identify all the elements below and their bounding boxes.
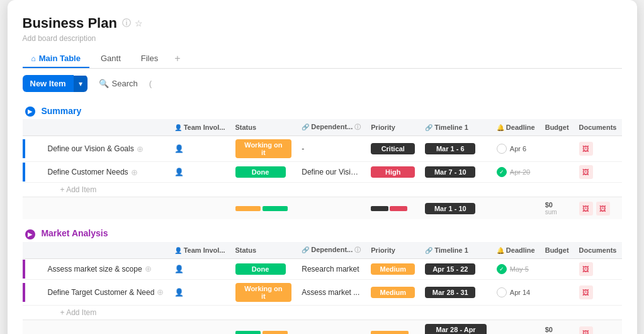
bar-working (263, 331, 288, 334)
status-badge[interactable]: Done (235, 263, 286, 275)
board-table: ▶ Summary 👤Team Invol... Status 🔗Depende… (23, 102, 622, 334)
summary-timeline: Mar 28 - Apr 22 (425, 324, 487, 334)
doc-icon[interactable]: 🖼 (579, 262, 593, 276)
doc-icon[interactable]: 🖼 (579, 285, 593, 299)
timeline-badge: Apr 15 - 22 (425, 263, 475, 275)
priority-summary-bars (371, 206, 415, 211)
bar-working (235, 206, 261, 211)
more-options[interactable]: ( (149, 79, 152, 88)
section-icon-summary: ▶ (25, 107, 35, 117)
priority-badge[interactable]: Medium (371, 263, 415, 275)
bar-high (390, 206, 407, 211)
new-item-button[interactable]: New Item (23, 75, 74, 92)
info-icon[interactable]: ⓘ (122, 18, 131, 29)
section-title-market: Market Analysis (41, 228, 108, 238)
board-description[interactable]: Add board description (23, 34, 622, 43)
task-name: Define Customer Needs ⊕ (48, 168, 164, 177)
summary-totals-summary: Mar 1 - 10 $0 sum 🖼 🖼 (23, 197, 622, 220)
status-summary-bars (235, 331, 292, 334)
tab-main-table[interactable]: ⌂ Main Table (23, 50, 89, 68)
section-market: ▶ Market Analysis 👤Team Invol... Status … (23, 224, 622, 334)
table-row: Assess market size & scope ⊕ 👤 Done Rese… (23, 258, 622, 279)
add-item-label[interactable]: + Add Item (43, 183, 622, 197)
search-label: Search (112, 79, 138, 88)
priority-summary-bars (371, 331, 415, 334)
priority-badge[interactable]: Medium (371, 287, 415, 298)
status-summary-bars (235, 206, 292, 211)
add-row-icon[interactable]: ⊕ (131, 168, 138, 177)
section-summary: ▶ Summary 👤Team Invol... Status 🔗Depende… (23, 102, 622, 224)
tab-gantt[interactable]: Gantt (92, 50, 130, 68)
priority-badge[interactable]: Critical (371, 143, 415, 154)
col-headers-market: 👤Team Invol... Status 🔗Dependent... ⓘ Pr… (23, 242, 622, 259)
table-row: Define our Vision & Goals ⊕ 👤 Working on… (23, 136, 622, 162)
timeline-badge: Mar 28 - 31 (425, 287, 475, 298)
section-header-summary: ▶ Summary (23, 102, 622, 119)
status-badge[interactable]: Working on it (235, 283, 292, 302)
deadline-date: Apr 6 (510, 145, 526, 153)
tab-gantt-label: Gantt (101, 54, 121, 63)
deadline-cell: ✓ Apr 20 (497, 167, 535, 177)
summary-timeline: Mar 1 - 10 (425, 203, 475, 214)
task-name: Assess market size & scope ⊕ (48, 264, 164, 274)
bar-medium (371, 331, 409, 334)
page-title-row: Business Plan ⓘ ☆ (23, 15, 622, 32)
tab-bar: ⌂ Main Table Gantt Files + (23, 49, 622, 69)
page-title: Business Plan (23, 15, 117, 32)
team-avatar: 👤 (174, 144, 184, 153)
table-row: Define Customer Needs ⊕ 👤 Done Define ou… (23, 162, 622, 183)
task-name: Define our Vision & Goals ⊕ (48, 144, 164, 154)
deadline-check-icon[interactable]: ✓ (497, 264, 507, 274)
toolbar: New Item ▾ 🔍 Search ( (23, 75, 622, 92)
tab-add[interactable]: + (169, 49, 185, 68)
add-row-icon[interactable]: ⊕ (145, 264, 152, 274)
new-item-button-group: New Item ▾ (23, 75, 88, 92)
section-title-summary: Summary (41, 106, 81, 116)
doc-icon-2[interactable]: 🖼 (596, 202, 610, 216)
budget-sum: $0 (545, 326, 569, 333)
section-header-market: ▶ Market Analysis (23, 224, 622, 241)
doc-icon[interactable]: 🖼 (579, 165, 593, 179)
add-item-label[interactable]: + Add Item (43, 305, 622, 320)
add-item-row-summary[interactable]: + Add Item (23, 183, 622, 197)
col-headers-summary: 👤Team Invol... Status 🔗Dependent... ⓘ Pr… (23, 119, 622, 136)
search-icon: 🔍 (99, 79, 109, 88)
title-icons: ⓘ ☆ (122, 18, 143, 29)
section-icon-market: ▶ (25, 229, 35, 239)
budget-sum: $0 (545, 201, 569, 209)
main-table-icon: ⌂ (31, 54, 36, 63)
deadline-date: Apr 14 (510, 289, 530, 296)
deadline-date: May 5 (510, 265, 529, 273)
star-icon[interactable]: ☆ (135, 18, 143, 28)
search-button[interactable]: 🔍 Search (94, 76, 143, 91)
deadline-check-icon[interactable]: ✓ (497, 167, 507, 177)
deadline-check-icon[interactable] (497, 287, 507, 297)
add-row-icon[interactable]: ⊕ (137, 144, 144, 154)
tab-files-label: Files (141, 54, 158, 63)
summary-totals-market: Mar 28 - Apr 22 $0 sum 🖼 (23, 320, 622, 334)
team-avatar: 👤 (174, 168, 184, 176)
doc-icon[interactable]: 🖼 (579, 202, 593, 216)
deadline-cell: ✓ May 5 (497, 264, 535, 274)
new-item-dropdown-button[interactable]: ▾ (74, 76, 88, 92)
task-name: Define Target Customer & Need ⊕ (48, 287, 164, 297)
add-row-icon[interactable]: ⊕ (157, 287, 164, 297)
table-row: Define Target Customer & Need ⊕ 👤 Workin… (23, 279, 622, 305)
tab-files[interactable]: Files (132, 50, 167, 68)
timeline-badge: Mar 1 - 6 (425, 143, 475, 154)
doc-icon[interactable]: 🖼 (579, 142, 593, 156)
timeline-badge: Mar 7 - 10 (425, 166, 475, 178)
doc-icon[interactable]: 🖼 (579, 326, 593, 334)
team-avatar: 👤 (174, 288, 184, 297)
team-avatar: 👤 (174, 265, 184, 274)
priority-badge[interactable]: High (371, 166, 415, 178)
status-badge[interactable]: Working on it (235, 139, 292, 158)
deadline-cell: Apr 14 (497, 287, 535, 297)
budget-sum-label: sum (545, 209, 569, 216)
deadline-check-icon[interactable] (497, 144, 507, 154)
add-item-row-market[interactable]: + Add Item (23, 305, 622, 320)
status-badge[interactable]: Done (235, 166, 286, 178)
tab-main-table-label: Main Table (39, 54, 81, 63)
bar-done (235, 331, 261, 334)
bar-done (263, 206, 288, 211)
